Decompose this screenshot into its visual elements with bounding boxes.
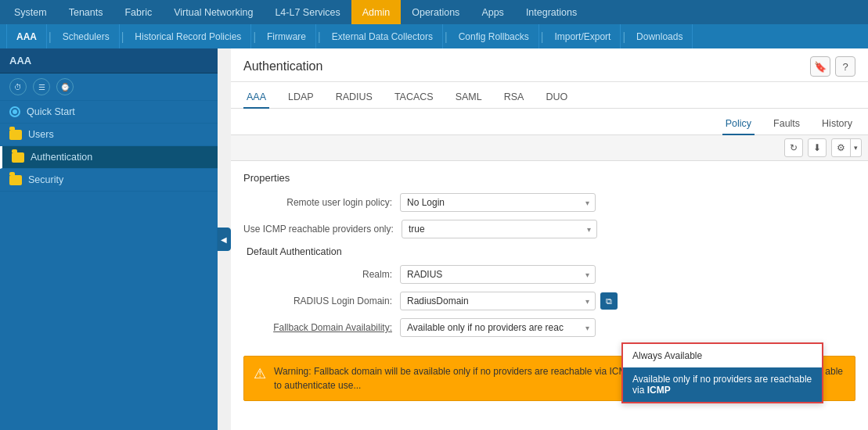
sub-tab-history[interactable]: History	[819, 113, 855, 135]
nav-item-tenants[interactable]: Tenants	[58, 0, 114, 24]
sub-nav-sep4: |	[316, 30, 322, 43]
folder-icon-security	[9, 175, 22, 185]
content-scroll: Authentication 🔖 ? AAA LDAP RADIUS TACAC…	[231, 48, 868, 430]
remote-login-row: Remote user login policy: No Login Assig…	[243, 193, 855, 212]
form-area: Properties Remote user login policy: No …	[231, 161, 868, 356]
icmp-label: Use ICMP reachable providers only:	[243, 224, 402, 235]
download-button[interactable]: ⬇	[808, 138, 827, 157]
sidebar-header: AAA	[0, 48, 218, 73]
realm-label: Realm:	[243, 269, 400, 280]
icmp-select-wrapper: true false	[402, 220, 597, 238]
sidebar-item-security-label: Security	[28, 174, 63, 185]
realm-select[interactable]: RADIUS LDAP TACACS Local	[400, 265, 596, 284]
sidebar-item-users[interactable]: Users	[0, 124, 218, 146]
sub-nav-sep5: |	[443, 30, 449, 43]
fallback-select-wrapper: Available only if no providers are reac …	[400, 318, 596, 337]
nav-item-integrations[interactable]: Integrations	[515, 0, 588, 24]
content-area: Authentication 🔖 ? AAA LDAP RADIUS TACAC…	[231, 48, 868, 430]
sidebar-item-security[interactable]: Security	[0, 169, 218, 192]
sidebar-item-quickstart-label: Quick Start	[27, 106, 75, 117]
dropdown-overlay: Always Available Available only if no pr…	[621, 342, 823, 403]
sub-nav-hrp[interactable]: Historical Record Policies	[125, 24, 251, 48]
sidebar-item-users-label: Users	[28, 129, 54, 140]
folder-icon-auth	[12, 152, 24, 163]
tab-tacacs[interactable]: TACACS	[391, 87, 437, 109]
sub-nav-aaa[interactable]: AAA	[6, 24, 47, 48]
remote-login-select-wrapper: No Login Assign Default Role Reject	[400, 193, 596, 212]
nav-item-apps[interactable]: Apps	[470, 0, 515, 24]
sub-nav-downloads[interactable]: Downloads	[627, 24, 693, 48]
remote-login-select[interactable]: No Login Assign Default Role Reject	[400, 193, 596, 212]
main-layout: AAA ⏱ ☰ ⌚ Quick Start Users Authenticati…	[0, 48, 868, 430]
sidebar-item-quickstart[interactable]: Quick Start	[0, 101, 218, 124]
fallback-row: Fallback Domain Availability: Available …	[243, 318, 855, 337]
header-icons: 🔖 ?	[810, 56, 855, 77]
help-icon-btn[interactable]: ?	[835, 56, 855, 77]
sub-nav-sep6: |	[539, 30, 546, 43]
sidebar-item-authentication[interactable]: Authentication	[0, 146, 218, 169]
radius-domain-row: RADIUS Login Domain: RadiusDomain ⧉	[243, 292, 855, 310]
sidebar-icon-time[interactable]: ⏱	[9, 78, 27, 95]
default-auth-section: Default Authentication Realm: RADIUS LDA…	[243, 246, 855, 337]
nav-item-admin[interactable]: Admin	[351, 0, 401, 24]
radius-domain-control: RadiusDomain ⧉	[400, 292, 618, 310]
sub-nav-config[interactable]: Config Rollbacks	[449, 24, 539, 48]
sub-nav-sep2: |	[120, 30, 126, 43]
folder-icon-users	[9, 130, 22, 140]
properties-title: Properties	[243, 172, 855, 184]
settings-button[interactable]: ⚙ ▾	[831, 138, 862, 157]
nav-item-virtual-networking[interactable]: Virtual Networking	[163, 0, 264, 24]
tabs-row: AAA LDAP RADIUS TACACS SAML RSA DUO	[231, 82, 868, 109]
refresh-button[interactable]: ↻	[784, 138, 803, 157]
dropdown-item-always[interactable]: Always Available	[623, 344, 822, 367]
tab-radius[interactable]: RADIUS	[333, 87, 376, 109]
default-auth-title: Default Authentication	[243, 246, 855, 257]
sidebar-collapse-button[interactable]: ◀	[217, 228, 231, 251]
realm-row: Realm: RADIUS LDAP TACACS Local	[243, 265, 855, 284]
bookmark-icon-btn[interactable]: 🔖	[810, 56, 830, 77]
nav-item-l4l7[interactable]: L4-L7 Services	[264, 0, 351, 24]
nav-item-fabric[interactable]: Fabric	[113, 0, 163, 24]
sub-tabs-row: Policy Faults History	[231, 109, 868, 135]
toolbar: ↻ ⬇ ⚙ ▾	[231, 135, 868, 161]
sub-nav-importexport[interactable]: Import/Export	[545, 24, 621, 48]
dropdown-item-icmp[interactable]: Available only if no providers are reach…	[623, 367, 822, 402]
settings-icon: ⚙	[832, 139, 851, 156]
warning-icon: ⚠	[254, 365, 266, 382]
sidebar-wrapper: AAA ⏱ ☰ ⌚ Quick Start Users Authenticati…	[0, 48, 231, 430]
settings-chevron-icon: ▾	[851, 139, 861, 156]
tab-ldap[interactable]: LDAP	[285, 87, 317, 109]
realm-select-wrapper: RADIUS LDAP TACACS Local	[400, 265, 596, 284]
nav-item-system[interactable]: System	[3, 0, 58, 24]
fallback-select[interactable]: Available only if no providers are reac …	[400, 318, 596, 337]
radius-domain-select[interactable]: RadiusDomain	[400, 292, 596, 310]
page-title: Authentication	[243, 59, 322, 73]
radius-domain-select-wrapper: RadiusDomain	[400, 292, 596, 310]
nav-item-operations[interactable]: Operations	[401, 0, 470, 24]
tab-rsa[interactable]: RSA	[501, 87, 528, 109]
sub-tab-faults[interactable]: Faults	[770, 113, 803, 135]
sub-tab-policy[interactable]: Policy	[722, 113, 755, 135]
icmp-row: Use ICMP reachable providers only: true …	[243, 220, 855, 238]
fallback-label: Fallback Domain Availability:	[243, 322, 400, 333]
sidebar: AAA ⏱ ☰ ⌚ Quick Start Users Authenticati…	[0, 48, 218, 430]
sub-nav-schedulers[interactable]: Schedulers	[53, 24, 120, 48]
circle-icon	[9, 106, 20, 117]
sidebar-icon-clock[interactable]: ⌚	[56, 78, 74, 95]
icmp-select[interactable]: true false	[402, 220, 597, 238]
radius-domain-label: RADIUS Login Domain:	[243, 296, 400, 306]
remote-login-label: Remote user login policy:	[243, 197, 400, 208]
sub-nav-firmware[interactable]: Firmware	[258, 24, 316, 48]
top-nav: System Tenants Fabric Virtual Networking…	[0, 0, 868, 24]
copy-icon-button[interactable]: ⧉	[600, 292, 618, 310]
sub-nav-sep7: |	[621, 30, 627, 43]
tab-saml[interactable]: SAML	[452, 87, 485, 109]
sub-nav: AAA | Schedulers | Historical Record Pol…	[0, 24, 868, 48]
tab-duo[interactable]: DUO	[542, 87, 571, 109]
content-header: Authentication 🔖 ?	[231, 48, 868, 82]
sidebar-icon-list[interactable]: ☰	[33, 78, 50, 95]
sub-nav-sep3: |	[251, 30, 258, 43]
sub-nav-sep1: |	[47, 30, 53, 43]
tab-aaa[interactable]: AAA	[243, 87, 269, 109]
sub-nav-edc[interactable]: External Data Collectors	[322, 24, 443, 48]
